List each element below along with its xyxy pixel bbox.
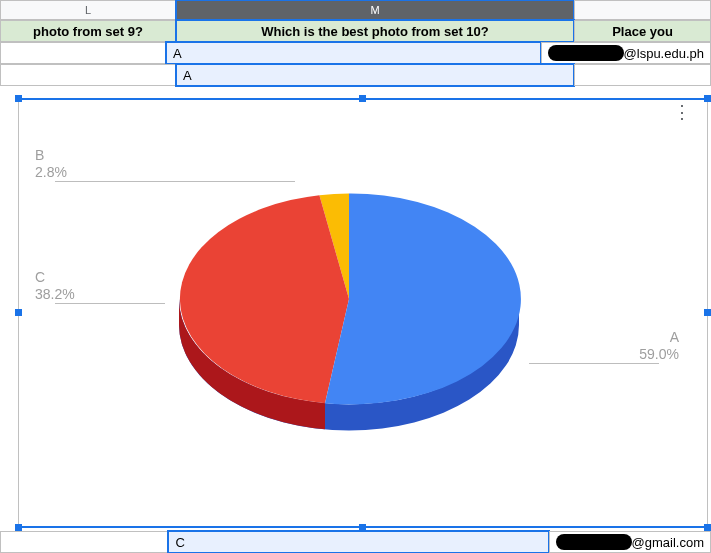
slice-label-C: C 38.2% [35, 269, 75, 303]
email-domain: @gmail.com [632, 535, 704, 550]
column-header-row: L M [0, 0, 711, 20]
cell-N-1[interactable]: @lspu.edu.ph [541, 42, 711, 64]
column-header-N[interactable] [574, 0, 711, 20]
header-cell-N[interactable]: Place you [574, 20, 711, 42]
question-header-row: photo from set 9? Which is the best phot… [0, 20, 711, 42]
cell-N-bottom[interactable]: @gmail.com [549, 531, 711, 553]
cell-M-2[interactable]: A [176, 64, 574, 86]
table-row: C @gmail.com [0, 531, 711, 553]
redacted-email-prefix [548, 45, 624, 61]
resize-handle[interactable] [359, 95, 366, 102]
resize-handle[interactable] [704, 309, 711, 316]
email-domain: @lspu.edu.ph [624, 46, 704, 61]
column-header-M[interactable]: M [176, 0, 574, 20]
cell-M-bottom[interactable]: C [168, 531, 548, 553]
table-row: A [0, 64, 711, 86]
redacted-email-prefix [556, 534, 632, 550]
resize-handle[interactable] [15, 309, 22, 316]
cell-M-1[interactable]: A [166, 42, 541, 64]
resize-handle[interactable] [704, 524, 711, 531]
resize-handle[interactable] [15, 95, 22, 102]
resize-handle[interactable] [359, 524, 366, 531]
slice-label-B: B 2.8% [35, 147, 67, 181]
cell-L-bottom[interactable] [0, 531, 168, 553]
cell-L-2[interactable] [0, 64, 176, 86]
header-cell-L[interactable]: photo from set 9? [0, 20, 176, 42]
cell-N-2[interactable] [574, 64, 711, 86]
slice-label-A: A 59.0% [639, 329, 679, 363]
pie-chart [139, 159, 559, 459]
resize-handle[interactable] [15, 524, 22, 531]
table-row: A @lspu.edu.ph [0, 42, 711, 64]
chart-menu-icon[interactable]: ⋮ [673, 109, 691, 115]
cell-L-1[interactable] [0, 42, 166, 64]
resize-handle[interactable] [704, 95, 711, 102]
pie-chart-container[interactable]: ⋮ B 2.8% C 38.2% A 59.0% [18, 98, 708, 528]
column-header-L[interactable]: L [0, 0, 176, 20]
header-cell-M[interactable]: Which is the best photo from set 10? [176, 20, 574, 42]
